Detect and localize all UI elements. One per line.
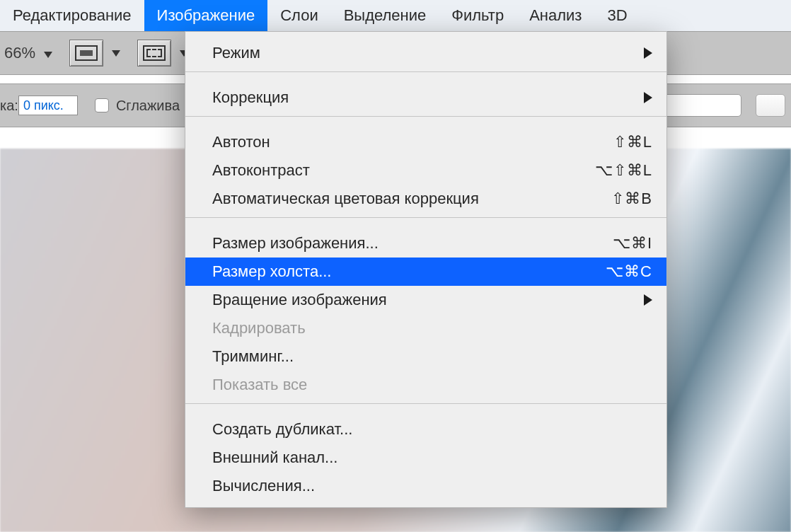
submenu-arrow-icon (644, 294, 652, 306)
style-dropdown[interactable] (655, 94, 741, 117)
shortcut-label: ⌥⌘I (613, 234, 652, 253)
menu-image[interactable]: Изображение (144, 0, 268, 31)
document-bounds-button[interactable] (137, 40, 171, 66)
menu-item-reveal-all: Показать все (185, 371, 666, 399)
menu-item-autocolor[interactable]: Автоматическая цветовая коррекция ⇧⌘B (185, 185, 666, 213)
chevron-down-icon (44, 52, 52, 58)
menu-item-canvas-size[interactable]: Размер холста... ⌥⌘C (185, 258, 666, 286)
menu-item-adjustments[interactable]: Коррекция (185, 83, 666, 112)
menu-item-crop: Кадрировать (185, 314, 666, 342)
menu-item-apply-image[interactable]: Внешний канал... (185, 444, 666, 472)
menu-item-mode[interactable]: Режим (185, 39, 666, 67)
menu-separator (185, 116, 666, 117)
menu-separator (185, 403, 666, 404)
menu-filter[interactable]: Фильтр (439, 0, 516, 31)
shortcut-label: ⌥⌘C (606, 262, 652, 281)
feather-label: ка: (0, 98, 18, 114)
chevron-down-icon[interactable] (112, 50, 120, 57)
antialias-label: Сглажива (116, 98, 180, 114)
menu-3d[interactable]: 3D (594, 0, 640, 31)
menu-separator (185, 217, 666, 218)
menu-item-image-rotation[interactable]: Вращение изображения (185, 286, 666, 314)
feather-input[interactable] (18, 96, 78, 115)
menu-separator (185, 71, 666, 72)
menu-bar: Редактирование Изображение Слои Выделени… (0, 0, 791, 31)
shortcut-label: ⇧⌘B (611, 190, 652, 208)
menu-item-autocontrast[interactable]: Автоконтраст ⌥⇧⌘L (185, 156, 666, 185)
menu-item-image-size[interactable]: Размер изображения... ⌥⌘I (185, 229, 666, 258)
menu-selection[interactable]: Выделение (331, 0, 439, 31)
shortcut-label: ⌥⇧⌘L (595, 161, 652, 180)
menu-item-autotone[interactable]: Автотон ⇧⌘L (185, 128, 666, 156)
submenu-arrow-icon (644, 92, 652, 103)
menu-item-calculations[interactable]: Вычисления... (185, 472, 666, 500)
image-menu-dropdown: Режим Коррекция Автотон ⇧⌘L Автоконтраст… (185, 31, 667, 508)
menu-layers[interactable]: Слои (267, 0, 331, 31)
toolbar-button[interactable] (756, 94, 785, 117)
menu-item-trim[interactable]: Тримминг... (185, 342, 666, 371)
menu-item-duplicate[interactable]: Создать дубликат... (185, 415, 666, 444)
shortcut-label: ⇧⌘L (613, 133, 652, 151)
antialias-checkbox[interactable] (95, 98, 109, 112)
menu-analysis[interactable]: Анализ (516, 0, 594, 31)
submenu-arrow-icon (644, 47, 652, 59)
zoom-level[interactable]: 66% (4, 44, 52, 62)
screen-mode-button[interactable] (69, 40, 103, 66)
menu-edit[interactable]: Редактирование (0, 0, 144, 31)
